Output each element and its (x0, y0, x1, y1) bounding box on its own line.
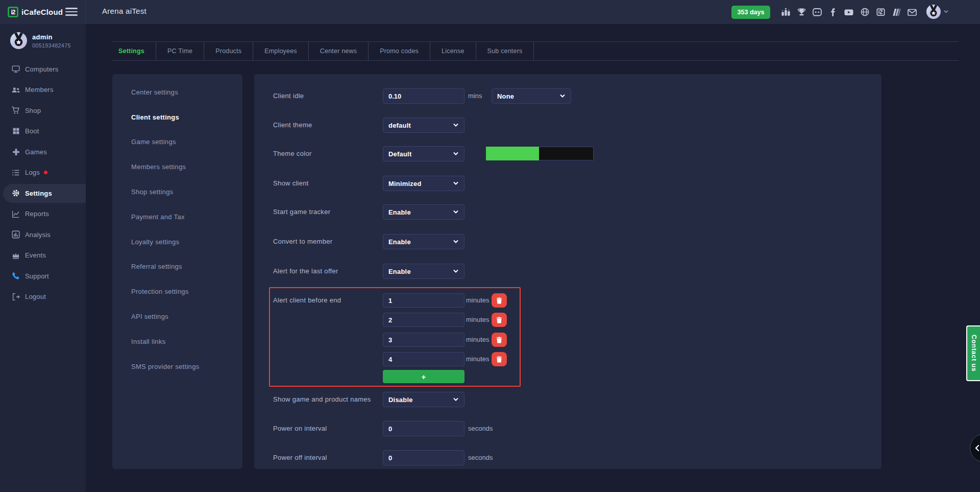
theme-swatch-green (486, 147, 539, 160)
delete-alert-button-1[interactable] (492, 293, 507, 308)
sidebar-item-logs[interactable]: Logs (0, 162, 86, 183)
avatar (926, 5, 941, 19)
settings-menu-panel: Center settings Client settings Game set… (112, 74, 242, 469)
power-off-interval-input[interactable] (383, 450, 464, 465)
avatar (10, 32, 27, 49)
sidebar-item-logout[interactable]: Logout (0, 287, 86, 308)
settings-menu-install-links[interactable]: Install links (112, 329, 242, 354)
tabs-bar: Settings PC Time Products Employees Cent… (112, 41, 959, 61)
field-label: Client theme (273, 118, 312, 133)
tab-settings[interactable]: Settings (112, 42, 156, 60)
workflow-icon[interactable] (891, 7, 902, 18)
power-on-interval-input[interactable] (383, 421, 464, 436)
discord-icon[interactable] (812, 7, 823, 18)
sidebar-nav: Computers Members Shop Boot Games Logs (0, 59, 86, 307)
alert-minute-input-4[interactable] (383, 352, 464, 366)
sidebar-item-events[interactable]: Events (0, 245, 86, 266)
alert-minute-input-3[interactable] (383, 333, 464, 347)
tab-employees[interactable]: Employees (253, 42, 309, 60)
start-game-tracker-select[interactable]: Enable (383, 204, 464, 220)
field-label: Client idle (273, 88, 304, 104)
alert-last-offer-select[interactable]: Enable (383, 264, 464, 279)
settings-menu-loyalty[interactable]: Loyalty settings (112, 229, 242, 254)
sidebar-item-settings[interactable]: Settings (0, 183, 86, 204)
facebook-icon[interactable] (827, 7, 839, 18)
topbar-icons (780, 0, 918, 24)
trophy-icon[interactable] (796, 7, 807, 18)
client-idle-input[interactable] (383, 88, 464, 104)
chart-line-icon (11, 209, 20, 219)
center-name: Arena aiTest (102, 7, 146, 15)
user-id: 005193482475 (32, 42, 71, 49)
mail-icon[interactable] (906, 7, 918, 18)
sidebar-item-shop[interactable]: Shop (0, 100, 86, 121)
settings-menu-protection[interactable]: Protection settings (112, 279, 242, 304)
theme-color-select[interactable]: Default (383, 146, 464, 161)
trash-icon (496, 317, 502, 323)
sidebar-item-support[interactable]: Support (0, 266, 86, 287)
globe-icon[interactable] (859, 7, 870, 18)
tab-center-news[interactable]: Center news (309, 42, 369, 60)
tab-products[interactable]: Products (204, 42, 253, 60)
sidebar-item-boot[interactable]: Boot (0, 121, 86, 142)
cart-icon (11, 106, 20, 115)
trash-icon (496, 337, 502, 343)
field-label: Show game and product names (273, 392, 371, 407)
field-label: Power on interval (273, 421, 327, 436)
add-alert-button[interactable]: + (383, 370, 464, 383)
settings-menu-client[interactable]: Client settings (112, 105, 242, 130)
alert-minute-input-1[interactable] (383, 293, 464, 308)
tab-promo-codes[interactable]: Promo codes (369, 42, 430, 60)
delete-alert-button-3[interactable] (492, 333, 507, 347)
sidebar-item-analysis[interactable]: Analysis (0, 224, 86, 245)
license-days-badge[interactable]: 353 days (731, 6, 770, 19)
sidebar-item-games[interactable]: Games (0, 142, 86, 162)
theme-color-preview[interactable] (486, 147, 594, 160)
settings-menu-game[interactable]: Game settings (112, 130, 242, 155)
settings-menu-members[interactable]: Members settings (112, 154, 242, 179)
row-show-game-product-names: Show game and product names Disable (254, 392, 881, 407)
settings-menu-referral[interactable]: Referral settings (112, 254, 242, 279)
tab-license[interactable]: License (430, 42, 476, 60)
unit-label: minutes (466, 313, 489, 328)
row-alert-before-end-3: minutes (254, 333, 881, 347)
icafecloud-mini-icon[interactable] (875, 7, 886, 18)
settings-menu-shop[interactable]: Shop settings (112, 179, 242, 204)
tab-sub-centers[interactable]: Sub centers (476, 42, 534, 60)
chevron-down-icon (453, 122, 459, 128)
client-idle-action-select[interactable]: None (492, 88, 571, 104)
delete-alert-button-4[interactable] (492, 352, 507, 366)
alert-minute-input-2[interactable] (383, 313, 464, 327)
sidebar-item-reports[interactable]: Reports (0, 204, 86, 225)
settings-menu-api[interactable]: API settings (112, 304, 242, 329)
unit-label: minutes (466, 352, 489, 367)
settings-menu-payment-tax[interactable]: Payment and Tax (112, 204, 242, 229)
menu-toggle-button[interactable] (65, 8, 78, 16)
delete-alert-button-2[interactable] (492, 313, 507, 327)
field-label: Alert for the last offer (273, 264, 338, 279)
field-label: Show client (273, 176, 309, 191)
sidebar-item-computers[interactable]: Computers (0, 59, 86, 80)
client-theme-select[interactable]: default (383, 118, 464, 133)
show-client-select[interactable]: Minimized (383, 176, 464, 191)
contact-us-button[interactable]: Contact us (966, 325, 980, 381)
user-menu[interactable] (926, 5, 949, 19)
sidebar: admin 005193482475 Computers Members Sho… (0, 24, 86, 492)
youtube-icon[interactable] (843, 7, 854, 18)
settings-menu-sms-provider[interactable]: SMS provider settings (112, 354, 242, 379)
unit-label: seconds (468, 421, 493, 436)
row-convert-to-member: Convert to member Enable (254, 234, 881, 249)
row-theme-color: Theme color Default (254, 146, 881, 161)
row-client-idle: Client idle mins None (254, 88, 881, 104)
sidebar-user[interactable]: admin 005193482475 (10, 32, 71, 49)
row-power-on-interval: Power on interval seconds (254, 421, 881, 436)
tab-pc-time[interactable]: PC Time (156, 42, 204, 60)
sidebar-item-members[interactable]: Members (0, 80, 86, 101)
settings-menu-center[interactable]: Center settings (112, 80, 242, 105)
row-power-off-interval: Power off interval seconds (254, 450, 881, 465)
show-game-product-names-select[interactable]: Disable (383, 392, 464, 407)
unit-label: minutes (466, 333, 489, 348)
convert-to-member-select[interactable]: Enable (383, 234, 464, 249)
field-label: Start game tracker (273, 204, 330, 220)
ranking-podium-icon[interactable] (780, 7, 791, 18)
